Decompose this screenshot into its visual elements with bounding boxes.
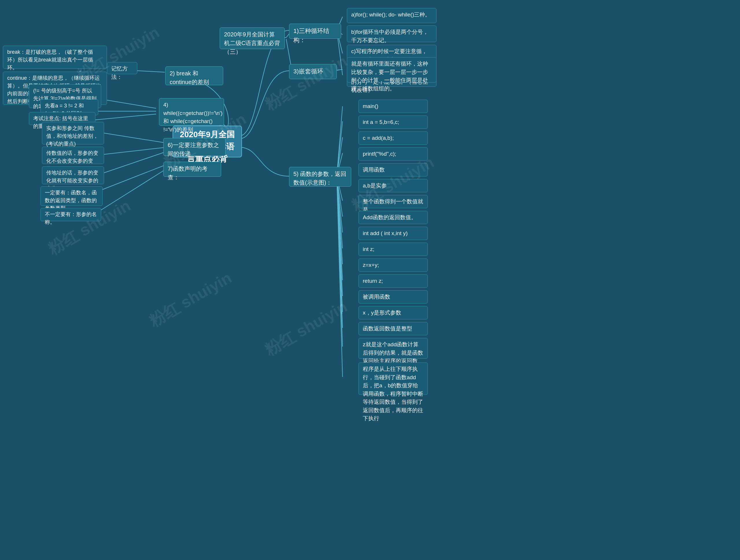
node-r5-xy-formal: x，y是形式参数 [358, 306, 428, 319]
node-r5-return-z: return z; [358, 274, 428, 288]
node-r5-int-z: int z; [358, 243, 428, 256]
svg-line-32 [337, 176, 343, 347]
node-b7-must: 一定要有：函数名，函数的返回类型，函数的参数类型。 [40, 186, 103, 206]
svg-line-26 [337, 176, 343, 248]
svg-line-30 [337, 176, 343, 312]
node-b6-c2: 传数值的话，形参的变化不会改变实参的变化。 [42, 147, 104, 164]
svg-line-10 [100, 164, 166, 191]
branch-b7: 7)函数声明的考查： [163, 162, 221, 177]
node-r5-int-ret: 整个函数得到一个数值就是 [358, 195, 428, 208]
svg-line-9 [103, 152, 166, 173]
node-r5-call-func: 调用函数 [358, 163, 428, 177]
node-r5-int-ab: int a = 5,b=6,c; [358, 116, 428, 129]
node-r5-program-exec: 程序是从上往下顺序执行，当碰到了函数add后，把a，b的数值穿给调用函数，程序暂… [358, 362, 428, 395]
svg-line-28 [337, 176, 343, 280]
branch-b6: 6)一定要注意参数之间的传递 [163, 138, 225, 156]
node-r5-z-eq: z=x+y; [358, 258, 428, 272]
node-r5-ab-real: a,b是实参 [358, 179, 428, 192]
node-r5-z-result: z就是这个add函数计算后得到的结果，就是函数返回给主程序的返回数值。 [358, 338, 428, 359]
node-r3-desc: 就是有循环里面还有循环，这种比较复杂，要一层一层一步一步耐心的计算，一般能住两层… [347, 57, 437, 83]
node-memory-method: 记忆方法： [107, 62, 137, 74]
node-r5-int-add: int add ( int x,int y) [358, 227, 428, 240]
node-b6-c3: 传地址的话，形参的变化就有可能改变实参的变化。 [42, 166, 104, 184]
branch-b2: 2) break 和 continue的差别 [165, 67, 223, 85]
branch-b4: 4) while((c=getchar())!='\n') 和 while(c=… [159, 98, 224, 126]
svg-line-6 [95, 114, 156, 120]
svg-line-31 [337, 176, 343, 328]
svg-line-7 [103, 133, 166, 143]
svg-line-17 [337, 106, 343, 176]
branch-r3: 3)嵌套循环 [289, 64, 337, 79]
node-r5-printf: printf("%d",c); [358, 147, 428, 160]
node-r5-called: 被调用函数 [358, 290, 428, 304]
node-r5-add-ret: Add函数的返回数值。 [358, 211, 428, 224]
branch-r5: 5) 函数的参数，返回数值(示意图)： [289, 167, 351, 187]
node-r1a: a)for(); while(); do- while()三种。 [347, 8, 437, 23]
node-r5-int-return: 函数返回数值是整型 [358, 322, 428, 335]
node-b6-c1: 实参和形参之间 传数值，和传地址的差别，(考试的重点) [42, 122, 104, 144]
node-r1b: b)for循环当中必须是两个分号，千万不要忘记。 [347, 25, 437, 42]
node-b7-optional: 不一定要有：形参的名称。 [40, 208, 101, 221]
branch-r1: 1)三种循环结构： [289, 24, 341, 39]
svg-line-29 [337, 176, 343, 296]
node-break-desc: break：是打破的意思，（破了整个循环）所以看见break就退出真个一层循环。 [3, 45, 107, 69]
svg-line-33 [337, 176, 343, 377]
node-r5-main: main() [358, 100, 428, 113]
svg-line-27 [337, 176, 343, 264]
top-right-title: 2020年9月全国计算机二级C语言重点必背（三） [220, 27, 285, 49]
mindmap-container: 2020年9月全国计算机二级C语言重点必背（三） 2020年9月全国计算机二级C… [0, 0, 740, 560]
node-r5-c-add: c = add(a,b); [358, 131, 428, 145]
svg-line-8 [103, 147, 166, 154]
svg-line-11 [100, 169, 166, 211]
